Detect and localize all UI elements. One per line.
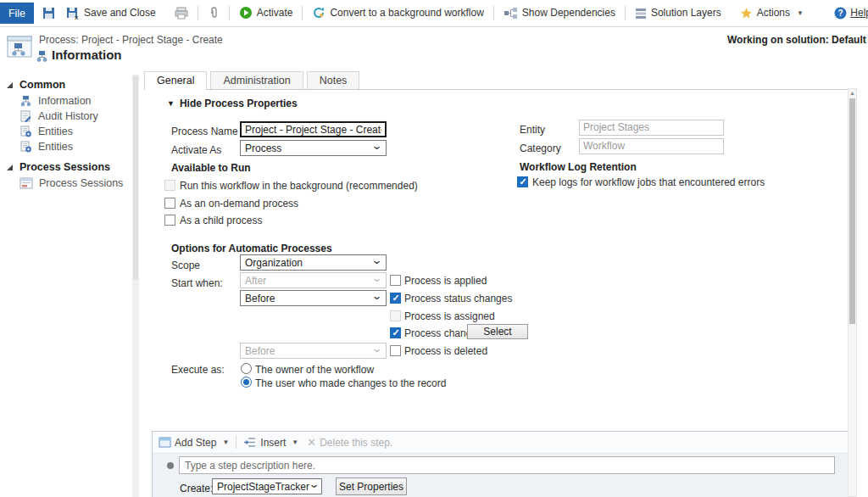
insert-icon bbox=[243, 437, 257, 448]
chevron-down-icon: ▼ bbox=[292, 438, 298, 446]
tab-administration[interactable]: Administration bbox=[210, 71, 303, 89]
process-is-applied-label: Process is applied bbox=[404, 275, 487, 287]
tab-general[interactable]: General bbox=[144, 71, 207, 90]
keep-logs-checkbox[interactable] bbox=[517, 176, 528, 187]
add-step-icon bbox=[159, 437, 171, 448]
category-label: Category bbox=[520, 142, 561, 154]
actions-menu-button[interactable]: Actions ▼ bbox=[738, 7, 805, 20]
toolbar-separator bbox=[302, 6, 303, 20]
execute-owner-label: The owner of the workflow bbox=[255, 364, 374, 376]
save-button[interactable] bbox=[41, 7, 57, 20]
scrollbar-thumb[interactable] bbox=[849, 98, 855, 324]
save-and-close-icon: x bbox=[66, 7, 80, 20]
hide-process-properties-toggle[interactable]: ▼Hide Process Properties bbox=[167, 98, 298, 109]
process-sessions-icon bbox=[19, 177, 33, 189]
on-demand-label: As an on-demand process bbox=[180, 198, 298, 209]
information-workflow-icon bbox=[36, 50, 47, 62]
scope-dropdown[interactable]: Organization⌄ bbox=[240, 254, 387, 271]
expanded-triangle-icon bbox=[7, 165, 13, 170]
dependencies-icon bbox=[504, 7, 518, 20]
start-when-before-dropdown[interactable]: Before⌄ bbox=[240, 290, 387, 306]
process-is-deleted-checkbox[interactable] bbox=[390, 345, 401, 356]
sidebar-scrollbar[interactable] bbox=[132, 75, 139, 497]
process-is-applied-checkbox[interactable] bbox=[390, 275, 401, 286]
solution-layers-button[interactable]: Solution Layers bbox=[633, 7, 723, 20]
step-editor-panel: Add Step ▼ Insert ▼ ✕ Delete this step. … bbox=[152, 431, 850, 497]
execute-as-label: Execute as: bbox=[171, 364, 225, 376]
help-icon: ? bbox=[834, 7, 847, 20]
working-on-solution-label: Working on solution: Default Solution bbox=[727, 34, 868, 46]
attach-button[interactable] bbox=[206, 6, 221, 20]
chevron-down-icon: ⌄ bbox=[371, 142, 383, 149]
svg-text:?: ? bbox=[838, 8, 843, 18]
entity-icon bbox=[19, 141, 32, 153]
convert-workflow-icon bbox=[312, 6, 326, 20]
sidebar-item-entities[interactable]: Entities bbox=[0, 124, 132, 139]
workflow-log-retention-heading: Workflow Log Retention bbox=[520, 161, 637, 173]
expanded-triangle-icon bbox=[7, 82, 13, 88]
activate-as-dropdown[interactable]: Process⌄ bbox=[240, 140, 387, 156]
save-icon bbox=[42, 7, 55, 20]
chevron-down-icon: ⌄ bbox=[371, 345, 383, 352]
step-bullet-icon bbox=[167, 462, 174, 469]
toolbar-separator bbox=[625, 6, 626, 20]
child-process-label: As a child process bbox=[180, 215, 262, 226]
create-entity-dropdown[interactable]: ProjectStageTracker⌄ bbox=[212, 478, 322, 494]
activate-button[interactable]: Activate bbox=[237, 6, 295, 20]
tab-strip: General Administration Notes bbox=[144, 71, 848, 90]
sidebar-group-common[interactable]: Common bbox=[0, 76, 132, 93]
help-link[interactable]: Help bbox=[850, 7, 868, 19]
toolbar-separator bbox=[236, 436, 236, 449]
toolbar-separator bbox=[229, 6, 230, 20]
execute-user-radio[interactable] bbox=[241, 377, 252, 388]
step-editor-toolbar: Add Step ▼ Insert ▼ ✕ Delete this step. bbox=[153, 432, 849, 454]
insert-button[interactable]: Insert ▼ bbox=[243, 437, 298, 449]
scope-label: Scope bbox=[171, 260, 200, 271]
process-status-changes-checkbox[interactable] bbox=[390, 293, 401, 304]
deleted-before-dropdown: Before⌄ bbox=[240, 343, 387, 359]
execute-user-label: The user who made changes to the record bbox=[255, 377, 446, 389]
scroll-up-arrow-icon[interactable]: ▲ bbox=[849, 90, 856, 97]
keep-logs-label: Keep logs for workflow jobs that encount… bbox=[532, 176, 765, 188]
chevron-down-icon: ▼ bbox=[797, 9, 804, 17]
sidebar-item-process-sessions[interactable]: Process Sessions bbox=[0, 176, 132, 191]
set-properties-button[interactable]: Set Properties bbox=[336, 477, 407, 495]
save-and-close-button[interactable]: x Save and Close bbox=[64, 7, 158, 20]
add-step-button[interactable]: Add Step ▼ bbox=[159, 437, 229, 449]
process-is-assigned-label: Process is assigned bbox=[404, 310, 495, 322]
execute-owner-radio[interactable] bbox=[241, 363, 252, 374]
entity-field: Project Stages bbox=[579, 120, 724, 136]
start-when-after-dropdown: After⌄ bbox=[240, 272, 387, 288]
process-changes-checkbox[interactable] bbox=[390, 327, 401, 338]
toolbar-separator bbox=[198, 6, 198, 20]
activate-as-label: Activate As bbox=[171, 144, 221, 156]
sidebar-item-audit-history[interactable]: Audit History bbox=[0, 109, 132, 124]
select-button[interactable]: Select bbox=[467, 324, 528, 339]
actions-icon bbox=[740, 7, 753, 20]
print-button[interactable] bbox=[173, 7, 190, 20]
child-process-checkbox[interactable] bbox=[164, 215, 175, 226]
workflow-icon bbox=[19, 95, 32, 107]
tab-notes[interactable]: Notes bbox=[307, 71, 360, 89]
step-description-input[interactable] bbox=[179, 456, 835, 474]
process-window-icon bbox=[7, 36, 32, 59]
chevron-down-icon: ⌄ bbox=[371, 257, 383, 264]
process-name-input[interactable] bbox=[240, 121, 387, 137]
delete-x-icon: ✕ bbox=[307, 436, 316, 449]
content-scrollbar[interactable]: ▲ bbox=[848, 88, 857, 497]
create-label: Create: bbox=[180, 483, 213, 494]
layers-icon bbox=[635, 7, 647, 20]
printer-icon bbox=[175, 7, 188, 20]
sidebar-item-information[interactable]: Information bbox=[0, 93, 132, 109]
toolbar-separator bbox=[493, 6, 494, 20]
audit-history-icon bbox=[19, 110, 32, 122]
file-button[interactable]: File bbox=[0, 3, 34, 24]
start-when-label: Start when: bbox=[171, 277, 223, 289]
show-dependencies-button[interactable]: Show Dependencies bbox=[502, 7, 617, 20]
paperclip-icon bbox=[208, 6, 220, 20]
chevron-down-icon: ⌄ bbox=[309, 481, 320, 488]
sidebar-item-entities-2[interactable]: Entities bbox=[0, 139, 132, 154]
sidebar-group-process-sessions[interactable]: Process Sessions bbox=[0, 159, 132, 176]
on-demand-checkbox[interactable] bbox=[164, 198, 175, 209]
convert-background-workflow-button[interactable]: Convert to a background workflow bbox=[310, 6, 485, 20]
